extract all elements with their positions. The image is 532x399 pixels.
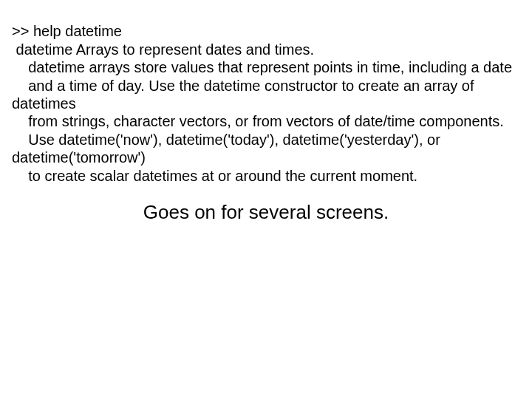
help-line-4: and a time of day. Use the datetime cons… xyxy=(12,78,478,112)
help-line-6: Use datetime('now'), datetime('today'), … xyxy=(12,132,444,166)
help-line-5: from strings, character vectors, or from… xyxy=(12,113,504,129)
slide-caption: Goes on for several screens. xyxy=(0,201,532,224)
help-line-2: datetime Arrays to represent dates and t… xyxy=(12,41,314,58)
help-line-7: to create scalar datetimes at or around … xyxy=(12,168,417,184)
help-output-block: >> help datetime datetime Arrays to repr… xyxy=(0,4,532,185)
help-line-3: datetime arrays store values that repres… xyxy=(12,59,512,75)
slide-page: >> help datetime datetime Arrays to repr… xyxy=(0,0,532,399)
help-line-1: >> help datetime xyxy=(12,23,122,39)
